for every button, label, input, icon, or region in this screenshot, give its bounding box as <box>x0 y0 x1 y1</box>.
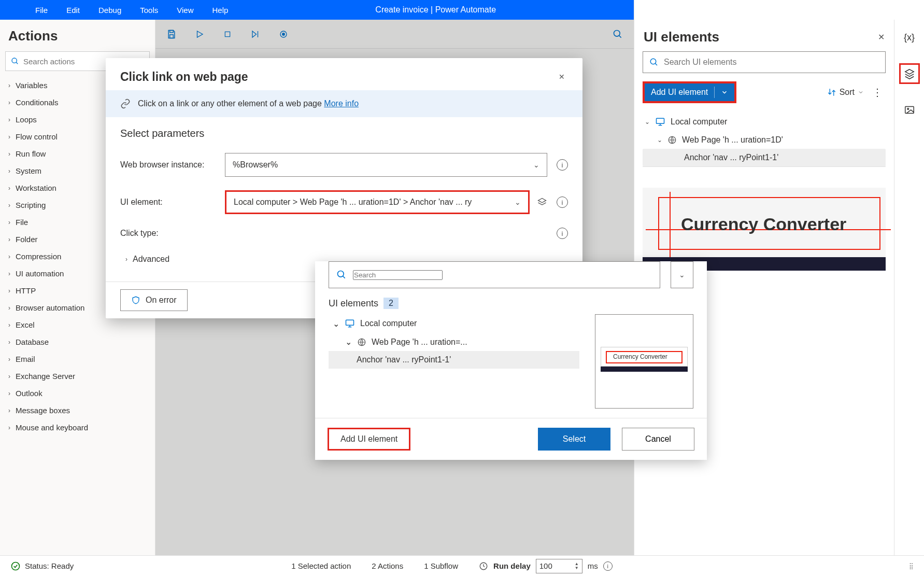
run-delay-unit: ms <box>588 561 598 570</box>
menu-help[interactable]: Help <box>203 1 238 20</box>
environment-picker[interactable]: Contoso (default) <box>634 5 707 15</box>
info-icon[interactable]: i <box>603 561 613 571</box>
browser-label: Web browser instance: <box>120 160 220 170</box>
ui-element-field[interactable]: Local computer > Web Page 'h ... uration… <box>225 190 530 214</box>
chevron-down-icon: ⌄ <box>333 319 339 329</box>
action-category[interactable]: ›Exchange Server <box>5 368 150 384</box>
menu-view[interactable]: View <box>167 1 203 20</box>
more-button[interactable]: ⋮ <box>869 86 886 99</box>
ui-elements-close-button[interactable]: ✕ <box>878 32 885 42</box>
action-category[interactable]: ›Mouse and keyboard <box>5 419 150 435</box>
run-delay-value: 100 <box>539 561 552 570</box>
run-delay: Run delay 100 ▲▼ ms i <box>479 559 613 573</box>
action-category[interactable]: ›Outlook <box>5 385 150 401</box>
dropdown-tree: ⌄ Local computer ⌄ Web Page 'h ... urati… <box>329 314 579 409</box>
close-button[interactable] <box>780 0 805 20</box>
action-category[interactable]: ›Message boxes <box>5 402 150 418</box>
dialog-close-button[interactable]: ✕ <box>556 69 568 84</box>
run-delay-input[interactable]: 100 ▲▼ <box>536 559 582 573</box>
menu-debug[interactable]: Debug <box>89 1 131 20</box>
dropdown-select-button[interactable]: Select <box>538 428 610 451</box>
chevron-down-icon: ⌄ <box>515 198 521 206</box>
ui-element-preview: Currency Converter <box>643 166 886 271</box>
status-bar: Status: Ready 1 Selected action 2 Action… <box>0 555 924 576</box>
titlebar: File Edit Debug Tools View Help Create i… <box>0 0 924 20</box>
info-icon[interactable]: i <box>557 228 568 239</box>
chevron-down-icon: ⌄ <box>645 118 650 125</box>
tree-label: Anchor 'nav ... ryPoint1-1' <box>665 153 778 162</box>
ui-elements-search[interactable] <box>643 51 886 73</box>
info-icon[interactable]: i <box>557 196 568 208</box>
svg-rect-31 <box>346 320 354 325</box>
svg-point-29 <box>338 271 344 277</box>
menu-edit[interactable]: Edit <box>57 1 89 20</box>
action-category-label: Folder <box>16 235 38 244</box>
spinner-icon[interactable]: ▲▼ <box>575 562 579 570</box>
sort-button[interactable]: Sort <box>827 88 864 97</box>
browser-instance-row: Web browser instance: %Browser% ⌄ i <box>120 153 568 177</box>
resize-grip-icon: ⣿ <box>909 563 914 570</box>
ui-elements-search-input[interactable] <box>664 58 879 67</box>
tree-node-page[interactable]: ⌄ Web Page 'h ... uration=1D' <box>643 131 886 149</box>
action-category-label: Scripting <box>16 201 46 209</box>
dialog-description: Click on a link or any other element of … <box>106 90 582 117</box>
browser-instance-field[interactable]: %Browser% ⌄ <box>225 153 547 177</box>
svg-point-25 <box>907 108 908 110</box>
on-error-button[interactable]: On error <box>120 289 188 311</box>
sort-label: Sort <box>840 88 855 97</box>
layers-icon <box>904 68 915 79</box>
chevron-down-icon <box>858 89 864 95</box>
action-category-label: Mouse and keyboard <box>16 423 88 432</box>
tree-node-page[interactable]: ⌄ Web Page 'h ... uration=... <box>329 333 579 351</box>
tree-label: Anchor 'nav ... ryPoint1-1' <box>357 355 451 364</box>
dialog-desc-text: Click on a link or any other element of … <box>138 99 322 108</box>
images-rail-button[interactable] <box>899 100 920 120</box>
dropdown-add-ui-element-button[interactable]: Add UI element <box>328 428 410 451</box>
status-text: Status: Ready <box>25 561 74 570</box>
clock-icon <box>479 561 488 571</box>
chevron-right-icon: › <box>8 424 10 431</box>
add-ui-element-button[interactable]: Add UI element <box>643 81 736 103</box>
search-icon <box>336 270 347 280</box>
svg-rect-2 <box>761 7 766 12</box>
add-ui-element-label: Add UI element <box>651 88 708 97</box>
dropdown-search-input[interactable] <box>353 270 443 280</box>
action-category[interactable]: ›Excel <box>5 317 150 333</box>
chevron-right-icon: › <box>8 150 10 158</box>
more-info-link[interactable]: More info <box>324 99 359 108</box>
layers-icon[interactable] <box>537 197 547 207</box>
tree-label: Web Page 'h ... uration=... <box>372 338 467 347</box>
right-rail: {x} <box>894 20 924 555</box>
action-category-label: Conditionals <box>16 98 59 107</box>
maximize-button[interactable] <box>751 0 776 20</box>
menu-file[interactable]: File <box>26 1 57 20</box>
action-category[interactable]: ›Database <box>5 334 150 350</box>
ui-elements-rail-button[interactable] <box>899 63 920 84</box>
dropdown-heading: UI elements 2 <box>329 288 693 314</box>
dropdown-preview: Currency Converter <box>595 314 693 409</box>
action-category-label: HTTP <box>16 286 36 295</box>
variables-rail-button[interactable]: {x} <box>899 27 920 48</box>
dropdown-search[interactable] <box>329 261 660 288</box>
info-icon[interactable]: i <box>557 159 568 171</box>
dropdown-heading-label: UI elements <box>329 298 378 309</box>
dropdown-collapse-button[interactable]: ⌄ <box>671 261 693 288</box>
chevron-down-icon: ⌄ <box>657 136 662 144</box>
status-ready: Status: Ready <box>10 561 74 571</box>
tree-node-anchor[interactable]: Anchor 'nav ... ryPoint1-1' <box>643 149 886 166</box>
minimize-button[interactable] <box>722 0 747 20</box>
chevron-right-icon: › <box>125 256 127 263</box>
image-icon <box>904 104 915 116</box>
action-category-label: Flow control <box>16 132 58 141</box>
action-category[interactable]: ›Email <box>5 351 150 367</box>
computer-icon <box>655 117 665 127</box>
globe-icon <box>357 338 366 347</box>
tree-node-anchor[interactable]: Anchor 'nav ... ryPoint1-1' <box>329 351 579 369</box>
menu-tools[interactable]: Tools <box>131 1 167 20</box>
tree-node-computer[interactable]: ⌄ Local computer <box>643 113 886 131</box>
ui-element-row: UI element: Local computer > Web Page 'h… <box>120 190 568 214</box>
chevron-right-icon: › <box>8 133 10 141</box>
tree-node-computer[interactable]: ⌄ Local computer <box>329 314 579 333</box>
dropdown-cancel-button[interactable]: Cancel <box>622 428 694 451</box>
chevron-down-icon: ⌄ <box>679 271 685 279</box>
